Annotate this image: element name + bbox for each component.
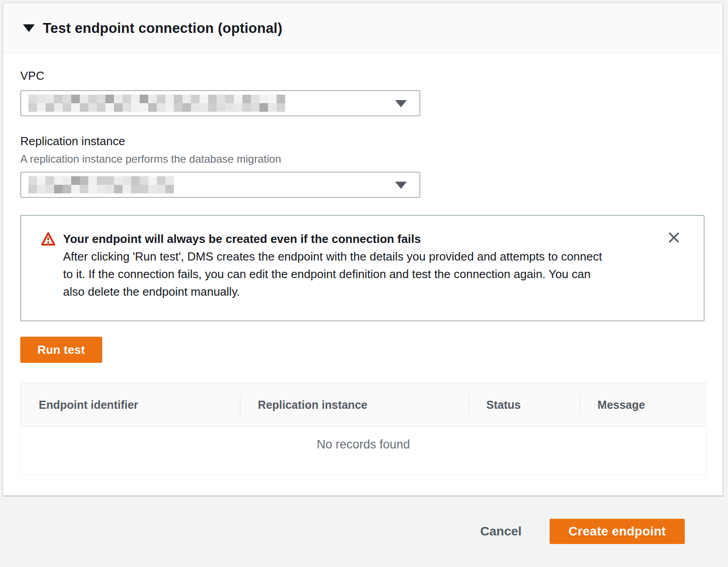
redacted-vpc-value [28,95,285,112]
table-empty-state: No records found [21,427,706,475]
section-title: Test endpoint connection (optional) [43,20,282,37]
warning-triangle-icon [41,232,55,246]
chevron-down-icon [395,182,407,189]
warning-alert: Your endpoint will always be created eve… [20,215,705,321]
close-icon [667,231,681,244]
run-test-button[interactable]: Run test [20,337,102,363]
alert-body: After clicking 'Run test', DMS creates t… [63,248,646,301]
alert-dismiss-button[interactable] [664,228,684,247]
column-header-replication-instance: Replication instance [240,383,468,426]
replication-instance-description: A replication instance performs the data… [20,153,703,165]
replication-instance-label: Replication instance [20,134,703,148]
vpc-select[interactable] [20,90,420,116]
replication-instance-select[interactable] [20,172,420,198]
chevron-down-icon [395,100,407,107]
create-endpoint-button[interactable]: Create endpoint [550,519,685,544]
section-header-test-endpoint-connection[interactable]: Test endpoint connection (optional) [3,3,723,54]
alert-title: Your endpoint will always be created eve… [63,230,646,247]
column-header-endpoint-identifier: Endpoint identifier [21,383,240,426]
table-header-row: Endpoint identifier Replication instance… [21,383,706,427]
column-header-status: Status [469,383,580,426]
form-actions-footer: Cancel Create endpoint [0,496,728,567]
redacted-replication-instance-value [28,176,174,193]
test-endpoint-connection-panel: Test endpoint connection (optional) VPC … [3,3,723,496]
connection-test-results-table: Endpoint identifier Replication instance… [20,383,706,475]
cancel-button[interactable]: Cancel [480,524,522,539]
column-header-message: Message [579,383,706,426]
vpc-label: VPC [20,69,703,83]
collapse-caret-icon [23,24,35,32]
